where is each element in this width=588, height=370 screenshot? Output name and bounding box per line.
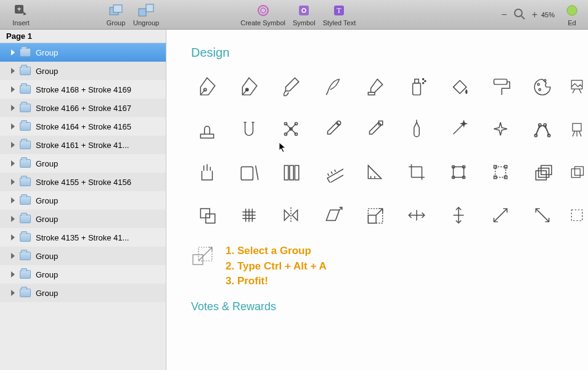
edit-button-partial[interactable]: Ed — [560, 0, 581, 29]
height-arrows-icon[interactable] — [443, 203, 475, 228]
disclosure-triangle-icon[interactable] — [11, 68, 15, 74]
marquee-icon[interactable] — [568, 203, 586, 228]
transform-icon[interactable] — [443, 160, 475, 184]
magnet-icon[interactable] — [233, 117, 265, 141]
scale-icon[interactable] — [359, 203, 391, 228]
folder-icon — [20, 159, 31, 168]
collapse-icon[interactable] — [526, 203, 558, 228]
svg-rect-83 — [539, 168, 549, 178]
disclosure-triangle-icon[interactable] — [11, 197, 15, 204]
folder-icon — [20, 233, 31, 242]
brush-icon[interactable] — [275, 73, 307, 98]
triangle-ruler-icon[interactable] — [359, 160, 391, 184]
easel-icon[interactable] — [568, 117, 586, 141]
symbol-button[interactable]: Symbol — [289, 0, 319, 29]
instruction-step-2: 2. Type Ctrl + Alt + A — [226, 259, 327, 274]
canvas[interactable]: Design 1. Select a Group 2. Type Ctrl + … — [166, 30, 588, 370]
insert-button[interactable]: + Insert — [7, 0, 35, 29]
spray-can-icon[interactable] — [401, 73, 433, 98]
disclosure-triangle-icon[interactable] — [11, 105, 15, 111]
zoom-value[interactable]: 45% — [541, 11, 555, 18]
svg-rect-23 — [494, 79, 507, 84]
disclosure-triangle-icon[interactable] — [11, 271, 15, 278]
svg-rect-106 — [571, 210, 582, 221]
bounding-box-icon[interactable] — [484, 160, 517, 184]
grid-icon[interactable] — [233, 203, 265, 228]
disclosure-triangle-icon[interactable] — [11, 142, 15, 148]
tablet-stylus-icon[interactable] — [233, 160, 265, 184]
palette-icon[interactable] — [526, 73, 558, 98]
magic-wand-icon[interactable] — [443, 117, 475, 141]
disclosure-triangle-icon[interactable] — [11, 216, 15, 222]
layer-row[interactable]: Group — [0, 247, 166, 265]
layer-row[interactable]: Group — [0, 210, 166, 228]
dropper-icon[interactable] — [317, 117, 349, 141]
folder-icon — [20, 104, 31, 112]
stamp-icon[interactable] — [191, 117, 223, 141]
layer-row[interactable]: Group — [0, 265, 166, 284]
page-title[interactable]: Page 1 — [0, 30, 166, 43]
pen-nib-alt-icon[interactable] — [233, 73, 265, 98]
plus-badge-icon: + — [12, 3, 30, 18]
width-arrows-icon[interactable] — [401, 203, 433, 228]
layer-row[interactable]: Stroke 4155 + Stroke 4156 — [0, 173, 166, 191]
disclosure-triangle-icon[interactable] — [11, 160, 15, 166]
disclosure-triangle-icon[interactable] — [11, 179, 15, 185]
zoom-in-button[interactable]: + — [532, 10, 537, 20]
crop-icon[interactable] — [401, 160, 433, 184]
pen-cup-icon[interactable] — [191, 160, 223, 184]
folder-icon — [20, 178, 31, 186]
mirror-icon[interactable] — [275, 203, 307, 228]
disclosure-triangle-icon[interactable] — [11, 253, 15, 259]
subtract-icon[interactable] — [191, 203, 223, 228]
layer-row[interactable]: Stroke 4166 + Stroke 4167 — [0, 99, 166, 117]
disclosure-triangle-icon[interactable] — [11, 123, 15, 130]
svg-rect-4 — [139, 9, 146, 16]
layer-row[interactable]: Stroke 4168 + Stroke 4169 — [0, 80, 166, 99]
paint-bucket-icon[interactable] — [443, 73, 475, 98]
paint-roller-icon[interactable] — [484, 73, 517, 98]
painting-icon[interactable] — [568, 73, 586, 98]
svg-rect-61 — [295, 165, 298, 179]
disclosure-triangle-icon[interactable] — [11, 86, 15, 92]
layers-icon[interactable] — [526, 160, 558, 184]
expand-icon[interactable] — [484, 203, 517, 228]
svg-line-29 — [579, 89, 582, 93]
styled-text-button[interactable]: T Styled Text — [319, 0, 360, 29]
ungroup-button[interactable]: Ungroup — [129, 0, 163, 29]
ink-dropper-icon[interactable] — [401, 117, 433, 141]
bezier-icon[interactable] — [526, 117, 558, 141]
svg-line-11 — [521, 16, 525, 19]
disclosure-triangle-icon[interactable] — [11, 290, 15, 296]
layer-row[interactable]: Group — [0, 62, 166, 80]
svg-point-20 — [423, 78, 424, 80]
highlighter-icon[interactable] — [359, 73, 391, 98]
dropper-alt-icon[interactable] — [359, 117, 391, 141]
layer-row[interactable]: Group — [0, 154, 166, 173]
layer-row[interactable]: Group — [0, 43, 166, 62]
svg-rect-86 — [575, 166, 584, 175]
shear-icon[interactable] — [317, 203, 349, 228]
layer-row[interactable]: Stroke 4164 + Stroke 4165 — [0, 117, 166, 136]
nodes-icon[interactable] — [275, 117, 307, 141]
ruler-icon[interactable] — [317, 160, 349, 184]
quill-icon[interactable] — [317, 73, 349, 98]
ungroup-icon — [137, 3, 155, 18]
folder-icon — [20, 252, 31, 260]
layer-row[interactable]: Stroke 4161 + Stroke 41... — [0, 136, 166, 154]
disclosure-triangle-icon[interactable] — [11, 234, 15, 240]
refresh-circle-icon — [255, 3, 272, 18]
svg-point-6 — [258, 6, 268, 15]
swatches-icon[interactable] — [275, 160, 307, 184]
layer-row[interactable]: Group — [0, 284, 166, 302]
layers-alt-icon[interactable] — [568, 160, 586, 184]
svg-line-109 — [198, 247, 212, 261]
disclosure-triangle-icon[interactable] — [11, 49, 15, 56]
zoom-out-button[interactable]: − — [501, 10, 507, 20]
group-button[interactable]: Group — [102, 0, 129, 29]
create-symbol-button[interactable]: Create Symbol — [237, 0, 289, 29]
layer-row[interactable]: Group — [0, 191, 166, 210]
pen-nib-icon[interactable] — [191, 73, 223, 98]
sparkle-icon[interactable] — [484, 117, 517, 141]
layer-row[interactable]: Stroke 4135 + Stroke 41... — [0, 228, 166, 247]
